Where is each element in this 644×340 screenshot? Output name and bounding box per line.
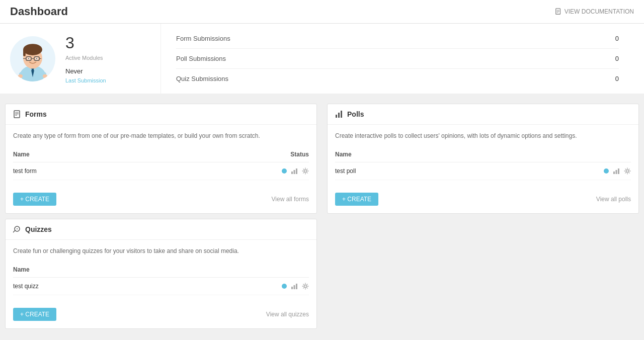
svg-rect-39	[338, 113, 340, 118]
last-submission-value: Never	[65, 67, 106, 75]
quizzes-table-header: Name	[13, 262, 309, 278]
forms-card: Forms Create any type of form from one o…	[5, 104, 317, 214]
poll-submissions-row: Poll Submissions 0	[176, 49, 619, 69]
table-row: test poll	[335, 162, 631, 180]
settings-icon[interactable]	[302, 167, 309, 175]
view-docs-button[interactable]: VIEW DOCUMENTATION	[555, 8, 634, 15]
form-submissions-value: 0	[615, 35, 619, 42]
quizzes-view-all[interactable]: View all quizzes	[266, 311, 309, 318]
polls-col-name: Name	[335, 151, 352, 158]
svg-point-17	[36, 58, 37, 59]
forms-view-all[interactable]: View all forms	[272, 196, 309, 203]
quizzes-card-footer: + CREATE View all quizzes	[6, 303, 316, 328]
stats-numbers: 3 Active Modules Never Last Submission	[65, 34, 106, 83]
quizzes-card-body: Create fun or challenging quizzes for yo…	[6, 240, 316, 303]
form-submissions-row: Form Submissions 0	[176, 29, 619, 49]
forms-card-header: Forms	[6, 104, 316, 125]
quizzes-card: Quizzes Create fun or challenging quizze…	[5, 219, 317, 329]
svg-rect-40	[341, 111, 342, 118]
view-docs-label: VIEW DOCUMENTATION	[565, 8, 634, 15]
poll-row-actions	[604, 167, 631, 175]
svg-rect-34	[291, 287, 293, 289]
svg-rect-35	[294, 285, 295, 289]
svg-line-32	[13, 230, 15, 232]
polls-create-button[interactable]: + CREATE	[335, 193, 378, 206]
svg-rect-41	[613, 172, 615, 174]
svg-rect-36	[296, 284, 297, 289]
quiz-submissions-value: 0	[615, 75, 619, 82]
polls-icon	[335, 110, 343, 118]
svg-rect-30	[296, 168, 297, 174]
polls-card-header: Polls	[328, 104, 638, 125]
polls-card-title: Polls	[347, 110, 364, 118]
svg-point-31	[304, 170, 307, 173]
poll-submissions-label: Poll Submissions	[176, 55, 226, 62]
poll-row-name: test poll	[335, 167, 356, 175]
quiz-row-name: test quizz	[13, 283, 39, 290]
svg-point-37	[304, 285, 307, 288]
page-title: Dashboard	[10, 5, 68, 18]
main-content: Forms Create any type of form from one o…	[0, 99, 644, 334]
last-submission-label: Last Submission	[65, 77, 106, 83]
svg-point-33	[17, 228, 18, 229]
quiz-row-actions	[282, 283, 309, 290]
forms-card-body: Create any type of form from one of our …	[6, 125, 316, 188]
settings-icon[interactable]	[302, 283, 309, 290]
quiz-submissions-label: Quiz Submissions	[176, 75, 228, 82]
polls-table-header: Name	[335, 147, 631, 162]
quizzes-col-name: Name	[13, 266, 30, 273]
quizzes-card-header: Quizzes	[6, 219, 316, 240]
forms-col-name: Name	[13, 151, 30, 158]
avatar-illustration	[13, 36, 53, 81]
svg-rect-28	[291, 172, 293, 174]
svg-rect-8	[23, 49, 26, 56]
table-row: test form	[13, 162, 309, 180]
active-modules-count: 3	[65, 34, 106, 52]
left-column: Forms Create any type of form from one o…	[0, 99, 322, 334]
forms-col-status: Status	[290, 151, 309, 158]
svg-rect-42	[616, 170, 617, 174]
avatar	[10, 36, 55, 81]
forms-table-header: Name Status	[13, 147, 309, 162]
settings-icon[interactable]	[624, 167, 631, 175]
quizzes-icon	[13, 225, 21, 233]
form-row-name: test form	[13, 167, 37, 175]
status-dot	[282, 284, 287, 289]
status-dot	[604, 168, 609, 174]
polls-card: Polls Create interactive polls to collec…	[327, 104, 639, 214]
polls-card-body: Create interactive polls to collect user…	[328, 125, 638, 188]
forms-description: Create any type of form from one of our …	[13, 132, 309, 139]
quizzes-card-title: Quizzes	[25, 225, 52, 233]
top-bar: Dashboard VIEW DOCUMENTATION	[0, 0, 644, 24]
polls-description: Create interactive polls to collect user…	[335, 132, 631, 139]
svg-point-7	[23, 44, 42, 55]
quizzes-description: Create fun or challenging quizzes for yo…	[13, 247, 309, 254]
svg-point-44	[626, 170, 629, 173]
stats-bar: 3 Active Modules Never Last Submission F…	[0, 24, 644, 94]
chart-icon[interactable]	[613, 167, 620, 175]
polls-card-footer: + CREATE View all polls	[328, 188, 638, 213]
svg-rect-29	[294, 170, 295, 174]
svg-rect-43	[618, 168, 619, 174]
polls-view-all[interactable]: View all polls	[596, 196, 631, 203]
stats-left: 3 Active Modules Never Last Submission	[10, 24, 161, 94]
svg-rect-38	[336, 115, 337, 118]
active-modules-label: Active Modules	[65, 55, 106, 61]
status-dot	[282, 168, 287, 174]
chart-icon[interactable]	[291, 283, 298, 290]
right-column: Polls Create interactive polls to collec…	[322, 99, 644, 334]
quizzes-create-button[interactable]: + CREATE	[13, 308, 56, 321]
svg-point-15	[28, 58, 29, 59]
docs-icon	[555, 8, 562, 15]
forms-card-title: Forms	[25, 110, 47, 118]
chart-icon[interactable]	[291, 167, 298, 175]
form-submissions-label: Form Submissions	[176, 35, 230, 42]
forms-create-button[interactable]: + CREATE	[13, 193, 56, 206]
stats-right: Form Submissions 0 Poll Submissions 0 Qu…	[161, 24, 634, 94]
form-row-actions	[282, 167, 309, 175]
forms-icon	[13, 110, 21, 118]
forms-card-footer: + CREATE View all forms	[6, 188, 316, 213]
poll-submissions-value: 0	[615, 55, 619, 62]
table-row: test quizz	[13, 278, 309, 295]
quiz-submissions-row: Quiz Submissions 0	[176, 69, 619, 89]
